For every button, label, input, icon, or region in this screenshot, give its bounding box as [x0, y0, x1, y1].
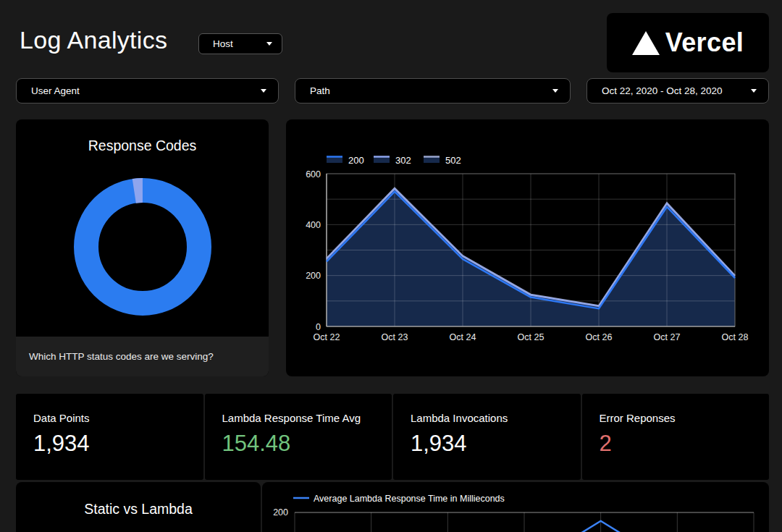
chevron-down-icon [751, 89, 757, 93]
user-agent-filter-label: User Agent [31, 85, 80, 96]
svg-text:200: 200 [306, 271, 321, 281]
svg-text:Oct 23: Oct 23 [382, 332, 408, 342]
svg-text:Oct 27: Oct 27 [654, 332, 681, 342]
static-vs-lambda-card: Static vs Lambda [16, 482, 261, 532]
chevron-down-icon [261, 89, 266, 93]
svg-text:Oct 26: Oct 26 [586, 332, 613, 342]
stat-card-lambda-response-time-avg: Lambda Response Time Avg 154.48 [205, 394, 392, 480]
stat-value: 1,934 [411, 431, 581, 457]
date-range-label: Oct 22, 2020 - Oct 28, 2020 [602, 85, 723, 96]
stat-label: Error Reponses [600, 412, 770, 424]
user-agent-filter-dropdown[interactable]: User Agent [16, 78, 279, 104]
svg-text:0: 0 [316, 322, 321, 332]
svg-text:302: 302 [395, 155, 411, 166]
date-range-dropdown[interactable]: Oct 22, 2020 - Oct 28, 2020 [586, 78, 769, 104]
svg-text:Oct 24: Oct 24 [450, 332, 476, 342]
vercel-logo: Vercel [607, 13, 769, 72]
status-codes-area-chart[interactable]: 0200400600Oct 22Oct 23Oct 24Oct 25Oct 26… [286, 119, 769, 376]
stat-label: Data Points [33, 412, 203, 424]
path-filter-dropdown[interactable]: Path [295, 78, 571, 104]
status-codes-timeseries-card: 0200400600Oct 22Oct 23Oct 24Oct 25Oct 26… [286, 119, 769, 376]
donut-card-footer-text: Which HTTP status codes are we serving? [29, 351, 214, 362]
svg-text:Oct 25: Oct 25 [518, 332, 545, 342]
svg-text:600: 600 [306, 169, 321, 180]
stat-label: Lambda Response Time Avg [222, 412, 392, 424]
svg-text:200: 200 [273, 507, 288, 518]
svg-text:Average Lambda Response Time i: Average Lambda Response Time in Millieco… [314, 494, 505, 504]
stat-value: 1,934 [33, 431, 203, 457]
svg-text:502: 502 [445, 155, 461, 166]
stat-value: 154.48 [222, 431, 392, 457]
host-dropdown[interactable]: Host [198, 33, 282, 54]
vercel-wordmark: Vercel [665, 28, 744, 58]
donut-card-footer: Which HTTP status codes are we serving? [16, 337, 269, 376]
static-vs-lambda-title: Static vs Lambda [16, 501, 261, 518]
svg-text:Oct 28: Oct 28 [722, 332, 749, 342]
stats-row: Data Points 1,934 Lambda Response Time A… [16, 394, 769, 480]
log-analytics-dashboard: Log Analytics Host Vercel User Agent Pat… [0, 0, 782, 532]
host-dropdown-label: Host [213, 38, 233, 49]
chevron-down-icon [552, 89, 558, 93]
stat-card-lambda-invocations: Lambda Invocations 1,934 [393, 394, 581, 480]
stat-label: Lambda Invocations [411, 412, 581, 424]
stat-card-data-points: Data Points 1,934 [16, 394, 203, 480]
svg-text:400: 400 [306, 220, 321, 230]
chevron-down-icon [266, 42, 272, 46]
path-filter-label: Path [310, 85, 330, 96]
stat-value: 2 [600, 431, 770, 457]
vercel-triangle-icon [632, 31, 660, 55]
stat-card-error-responses: Error Reponses 2 [582, 394, 770, 480]
lambda-response-time-card: Average Lambda Response Time in Millieco… [262, 482, 769, 532]
svg-text:Oct 22: Oct 22 [314, 332, 340, 342]
response-codes-card: Response Codes Which HTTP status codes a… [16, 119, 269, 376]
lambda-response-time-chart[interactable]: Average Lambda Response Time in Millieco… [262, 482, 769, 532]
svg-text:200: 200 [348, 155, 364, 166]
page-title: Log Analytics [20, 26, 167, 54]
